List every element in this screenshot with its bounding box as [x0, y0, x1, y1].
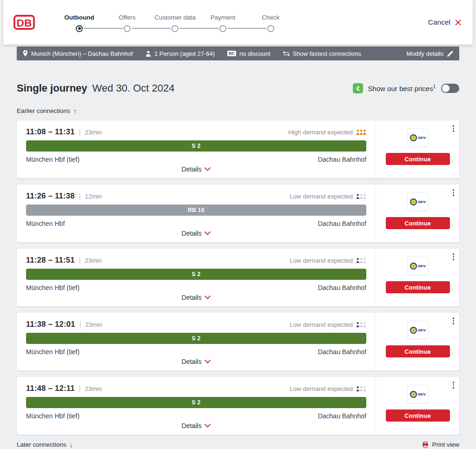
printer-icon: [422, 442, 429, 448]
details-toggle[interactable]: Details: [182, 230, 211, 237]
connection-card: 11:28 – 11:51 | 23min Low demand expecte…: [17, 249, 459, 306]
departure-station: München Hbf: [26, 220, 65, 227]
passenger-text: 1 Person (aged 27-64): [154, 50, 215, 57]
train-label: S 2: [192, 271, 200, 277]
arrival-station: Dachau Bahnhof: [318, 348, 366, 356]
footnote-marker: 1: [433, 84, 436, 89]
step-check[interactable]: Check: [247, 14, 295, 32]
train-segment-bar: S 2: [26, 140, 366, 152]
demand-people-icon: [356, 193, 366, 199]
step-outbound[interactable]: Outbound: [55, 14, 103, 32]
step-label: Customer data: [154, 14, 196, 21]
separator: |: [79, 321, 81, 328]
train-label: S 2: [192, 399, 200, 406]
cancel-label: Cancel: [428, 18, 450, 26]
connection-main: 11:26 – 11:38 | 12min Low demand expecte…: [17, 185, 376, 242]
more-options-button[interactable]: [452, 188, 456, 197]
train-segment-bar: RB 16: [26, 205, 366, 216]
cancel-button[interactable]: Cancel: [428, 18, 462, 26]
route-summary: Munich (München) – Dachau Bahnhof: [23, 50, 133, 57]
passenger-summary: 1 Person (aged 27-64): [145, 50, 215, 57]
arrival-station: Dachau Bahnhof: [318, 284, 366, 291]
location-pin-icon: [23, 50, 28, 57]
app-header: DB Outbound Offers Customer data Payment…: [3, 0, 473, 45]
modify-details-button[interactable]: Modify details: [407, 50, 453, 57]
later-connections-link[interactable]: Later connections ↓: [17, 441, 73, 449]
operator-logo: MVV: [407, 257, 429, 275]
step-circle: [219, 25, 226, 32]
more-options-button[interactable]: [452, 317, 456, 325]
mvv-ring-icon: [410, 326, 417, 334]
connection-card: 11:48 – 12:11 | 23min Low demand expecte…: [17, 377, 459, 435]
step-offers[interactable]: Offers: [103, 14, 151, 32]
details-toggle[interactable]: Details: [182, 294, 211, 301]
step-circle: [124, 25, 131, 32]
connection-main: 11:38 – 12:01 | 23min Low demand expecte…: [17, 313, 376, 370]
connection-times: 11:48 – 12:11: [26, 384, 75, 393]
euro-icon: €: [353, 83, 363, 93]
operator-name: MVV: [418, 136, 426, 140]
details-label: Details: [182, 358, 202, 365]
best-prices-label: Show our best prices1: [368, 84, 436, 92]
more-options-button[interactable]: [452, 124, 456, 133]
demand-label: Low demand expected: [290, 257, 353, 264]
route-text: Munich (München) – Dachau Bahnhof: [31, 50, 133, 57]
departure-station: München Hbf (tief): [26, 348, 79, 356]
print-view-button[interactable]: Print view: [422, 441, 459, 448]
transfer-arrows-icon: [283, 51, 290, 56]
fastest-connections-text: Show fastest connections: [293, 50, 361, 57]
departure-station: München Hbf (tief): [26, 156, 79, 163]
arrival-station: Dachau Bahnhof: [318, 156, 366, 163]
connection-card: 11:38 – 12:01 | 23min Low demand expecte…: [17, 313, 459, 370]
connection-actions: MVV Continue: [376, 377, 459, 435]
continue-button[interactable]: Continue: [386, 345, 450, 357]
best-prices-toggle[interactable]: [441, 84, 459, 93]
mvv-ring-icon: [410, 262, 417, 270]
journey-type-title: Single journey: [17, 82, 87, 94]
chevron-down-icon: [205, 360, 211, 363]
db-logo: DB: [13, 15, 35, 30]
train-segment-bar: S 2: [26, 269, 366, 280]
connection-duration: 23min: [85, 257, 102, 264]
details-label: Details: [182, 230, 202, 237]
details-toggle[interactable]: Details: [182, 165, 211, 173]
continue-button[interactable]: Continue: [386, 409, 450, 422]
operator-logo: MVV: [407, 385, 429, 403]
operator-name: MVV: [418, 264, 426, 268]
connection-duration: 12min: [85, 193, 102, 200]
details-toggle[interactable]: Details: [182, 422, 211, 429]
continue-button[interactable]: Continue: [386, 281, 450, 293]
demand-people-icon: [356, 322, 366, 328]
continue-button[interactable]: Continue: [386, 217, 450, 229]
later-connections-label: Later connections: [17, 441, 66, 448]
mvv-ring-icon: [410, 390, 417, 398]
more-options-button[interactable]: [452, 381, 456, 390]
connection-actions: MVV Continue: [376, 120, 459, 178]
demand-indicator: Low demand expected: [290, 193, 366, 200]
results-footer: Later connections ↓ Print view: [17, 441, 459, 449]
chevron-down-icon: [205, 424, 211, 428]
connection-times: 11:38 – 12:01: [26, 320, 75, 329]
separator: |: [79, 192, 81, 200]
details-toggle[interactable]: Details: [182, 358, 211, 365]
booking-stepper: Outbound Offers Customer data Payment Ch…: [55, 14, 295, 32]
connection-actions: MVV Continue: [376, 249, 459, 306]
print-view-label: Print view: [432, 441, 459, 448]
continue-button[interactable]: Continue: [386, 153, 450, 165]
step-label: Payment: [211, 14, 235, 21]
details-label: Details: [182, 422, 202, 429]
earlier-connections-link[interactable]: Earlier connections ↑: [17, 107, 77, 115]
step-customer-data[interactable]: Customer data: [151, 14, 199, 32]
connection-main: 11:48 – 12:11 | 23min Low demand expecte…: [17, 377, 376, 435]
more-options-button[interactable]: [452, 252, 456, 261]
svg-text:DB: DB: [17, 17, 32, 29]
train-segment-bar: S 2: [26, 333, 366, 344]
connection-card: 11:08 – 11:31 | 23min High demand expect…: [17, 120, 459, 178]
step-label: Check: [262, 14, 279, 21]
details-label: Details: [182, 165, 202, 173]
fastest-connections-summary: Show fastest connections: [283, 50, 361, 57]
connection-duration: 23min: [85, 129, 102, 136]
step-payment[interactable]: Payment: [199, 14, 247, 32]
toggle-knob: [442, 85, 450, 92]
demand-label: Low demand expected: [290, 385, 353, 392]
